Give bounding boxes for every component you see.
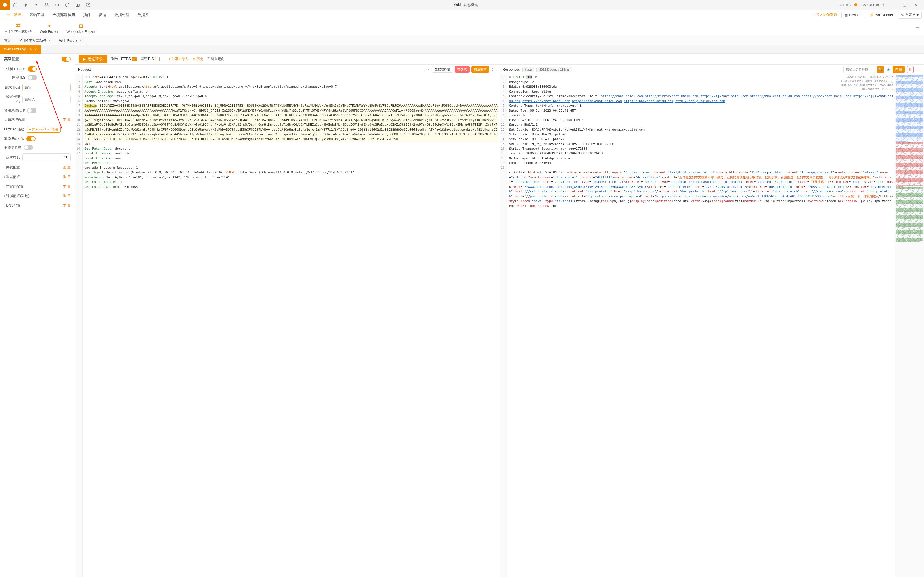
response-meta: DNS耗时:89ms; 远端地址:220.18 1.38.150:443; 响应… [840,75,893,91]
wsfuzzer-icon: ⊞ [79,23,83,29]
sub-toolbar: ⇄ MITM 交互式劫持 ✦ Web Fuzzer ⊞ Websocket Fu… [0,20,924,36]
tool-webfuzzer[interactable]: ✦ Web Fuzzer [40,23,58,34]
menu-tab-manual[interactable]: 手工渗透 [2,10,26,20]
yak-icon [853,3,858,7]
prev-icon[interactable]: ‹ [422,68,425,71]
tool-mitm[interactable]: ⇄ MITM 交互式劫持 [5,22,32,34]
main-area: 高级配置 强制 HTTPS 国密TLS 请求 Host 设置代理 ⓘ 禁用系统代… [0,54,924,577]
cube-icon[interactable] [62,0,72,10]
tool-wsfuzzer[interactable]: ⊞ Websocket Fuzzer [66,23,95,34]
menu-tab-basic[interactable]: 基础工具 [26,10,48,20]
close-icon[interactable]: ✕ [79,39,82,42]
guomi-chk-label: 国密TLS [141,56,154,61]
build-req-button[interactable]: 构造请求 [471,66,489,73]
subtab-fuzzer1[interactable]: Web Fuzzer-[1] ✎ ✕ [0,45,41,54]
timeout-input[interactable] [22,153,71,161]
window-title: Yakit-本地模式 [93,2,838,8]
section-redirect[interactable]: › 重定向配置重 置 [0,182,75,191]
render-fuzz-toggle[interactable] [26,136,36,141]
minimap[interactable]: abcdefghijabcdefghijabcdefghijabcdefghij… [895,74,924,577]
add-subtab[interactable]: + [41,45,51,54]
yak-runner-button[interactable]: ⚡ Yak Runner [867,11,896,18]
tab-home[interactable]: 首页 [0,36,15,45]
req-host-input[interactable] [22,84,71,91]
chrome-icon[interactable]: ◉ [885,68,891,71]
request-editor[interactable]: 1234567891011121314151617 GET /?tn=44004… [75,74,499,577]
minimize-button[interactable]: ― [887,0,898,10]
reset-reqpkg[interactable]: 重 置 [63,117,71,122]
maximize-button[interactable]: ▢ [898,0,910,10]
next-icon[interactable]: › [427,68,430,71]
home-icon[interactable] [10,0,20,10]
request-title: Request [78,68,91,71]
nofix-toggle[interactable] [24,145,33,150]
adv-config-label: 高级配置 [4,56,19,62]
fuzztag-btn[interactable]: + 插入 yak.fuzz 语法 [27,126,61,133]
force-https-checkbox[interactable]: ✓ [132,57,137,61]
hot-load-button[interactable]: 热加载 [455,66,470,73]
sidebar: 高级配置 强制 HTTPS 国密TLS 请求 Host 设置代理 ⓘ 禁用系统代… [0,54,75,577]
tab-webfuzzer[interactable]: Web Fuzzer✕ [55,36,86,45]
nofix-label: 不修复长度 [4,145,21,150]
import-link[interactable]: ⇪ 导入协作资源 [809,11,840,18]
request-pane: Request ‹ › 数据包扫描 热加载 构造请求 ⛶ 12345678910… [75,64,500,577]
close-icon[interactable]: ✕ [48,39,51,42]
adv-config-toggle[interactable] [61,56,71,62]
guomi-checkbox[interactable] [155,57,160,61]
scan-pkg-button[interactable]: 数据包扫描 [432,66,453,73]
delete-button[interactable]: 🗑 [907,66,914,73]
detail-button[interactable]: 详 情 [893,66,905,73]
disable-proxy-toggle[interactable] [27,108,36,113]
close-button[interactable]: ✕ [910,0,922,10]
menubar: 手工渗透 基础工具 专项漏洞检测 插件 反连 数据处理 数据库 ⇪ 导入协作资源… [0,10,924,20]
req-host-label: 请求 Host [4,85,20,90]
sort-icon[interactable]: ≣↑ [916,26,921,30]
timeout-label: 超时时长 [4,155,20,160]
bell-icon[interactable] [42,0,52,10]
section-retry[interactable]: › 重试配置重 置 [0,172,75,182]
menu-tab-data[interactable]: 数据处理 [110,10,133,20]
search-button[interactable]: 🔍 [877,66,884,73]
close-icon[interactable]: ✕ [34,47,37,52]
help-icon[interactable] [83,0,93,10]
guomi-label: 国密TLS [4,75,26,80]
follow-redirect-label: 跟随重定向 [207,56,225,61]
force-https-label: 强制 HTTPS [4,67,26,71]
menu-tab-reverse[interactable]: 反连 [95,10,110,20]
section-reqpkg[interactable]: ⌄ 请求包配置 重 置 [0,115,75,124]
menu-tab-db[interactable]: 数据库 [133,10,153,20]
response-pane: Responses https 401643bytes / 158ms 🔍 ◉ … [500,64,924,577]
response-editor[interactable]: 1234567891011121314151617181920 HTTP/1.1… [500,74,895,577]
menu-tab-vuln[interactable]: 专项漏洞检测 [48,10,79,20]
svg-point-0 [25,4,27,6]
section-dns[interactable]: › DNS配置重 置 [0,201,75,210]
proxy-input[interactable] [22,96,71,103]
response-search-input[interactable] [843,66,875,73]
history-link[interactable]: ⟲ 历史 [192,56,203,61]
expand-icon[interactable]: ⛶ [491,68,497,71]
bug-icon[interactable] [21,0,31,10]
size-time-badge: 401643bytes / 158ms [536,67,572,72]
svg-point-4 [77,4,78,5]
svg-rect-2 [55,4,59,6]
camera-icon[interactable] [73,0,82,10]
svg-rect-3 [76,4,79,6]
expand-icon[interactable]: ⛶ [915,68,921,71]
edit-icon[interactable]: ✎ [29,47,32,52]
tab-mitm[interactable]: MITM 交互式劫持✕ [15,36,55,45]
menu-tab-plugin[interactable]: 插件 [79,10,95,20]
send-button[interactable]: ▶ 发送请求 [79,55,107,63]
app-logo-icon[interactable] [0,0,10,10]
share-link[interactable]: ⤴ 分享 / 导入 [169,56,188,61]
payload-button[interactable]: ▤ Payload [842,11,864,18]
section-filter[interactable]: › 过滤配置(丢包)重 置 [0,191,75,201]
debug-icon[interactable] [52,0,62,10]
force-https-toggle[interactable] [28,66,37,71]
custom-button[interactable]: ✎ 自定义 ▾ [898,11,922,19]
action-bar: ▶ 发送请求 强制 HTTPS ✓ 国密TLS | ⤴ 分享 / 导入 ⟲ 历史… [75,54,924,64]
ip-port: 127.0.0.1 49104 [861,3,884,6]
mitm-icon: ⇄ [16,22,21,29]
guomi-toggle[interactable] [28,75,37,80]
section-concurrent[interactable]: › 并发配置重 置 [0,163,75,172]
gear-icon[interactable] [31,0,41,10]
